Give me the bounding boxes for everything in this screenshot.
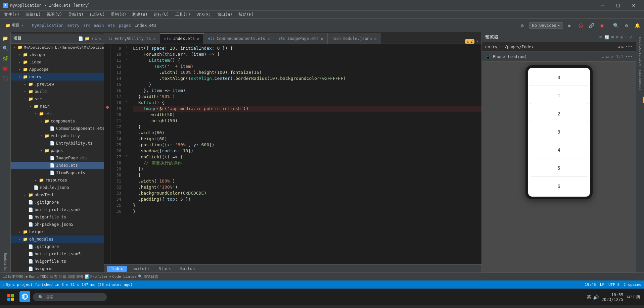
- devices-dropdown[interactable]: No Devices ▾: [529, 22, 563, 29]
- minimize-preview-icon[interactable]: ─: [625, 35, 627, 40]
- tree-item-commoncomponents[interactable]: ▸ 📄 CommonComponents.ets: [11, 125, 104, 132]
- more-icon[interactable]: •••: [625, 54, 633, 59]
- tree-item-hvigor-folder[interactable]: ▸ 📁 hvigor: [11, 228, 104, 236]
- debug-button[interactable]: 🐞: [577, 21, 585, 30]
- tree-item-resources[interactable]: ▸ 📁 resources: [11, 176, 104, 184]
- breadcrumb-part-2[interactable]: src: [83, 23, 91, 28]
- refresh-icon[interactable]: 🔄: [604, 35, 609, 40]
- code-content[interactable]: List({ space: 20, initialIndex: 0 }) { F…: [129, 44, 481, 264]
- maximize-button[interactable]: □: [610, 0, 626, 11]
- tab-close-button[interactable]: ✕: [267, 36, 270, 41]
- run-bottom-button[interactable]: ▶ Run: [26, 274, 36, 279]
- tree-item-ohpackage[interactable]: ▸ 📄 oh-package.json5: [11, 221, 104, 228]
- tree-item-hvigorw[interactable]: ▸ 📄 hvigorw: [11, 265, 104, 272]
- grid-icon[interactable]: ⊞: [611, 35, 614, 40]
- tree-item-build-profile2[interactable]: ▸ 📄 build-profile.json5: [11, 250, 104, 258]
- menu-refactor[interactable]: 重构(R): [108, 11, 129, 18]
- menu-help[interactable]: 帮助(H): [236, 11, 257, 18]
- menu-tools[interactable]: 工具(T): [173, 11, 193, 18]
- services-button[interactable]: 服务: [76, 274, 84, 279]
- tree-item-index[interactable]: ▸ 📄 Index.ets: [11, 162, 104, 169]
- tree-item-entryability[interactable]: ▸ 📄 EntryAbility.ts: [11, 140, 104, 147]
- settings-preview-icon[interactable]: ⚙: [620, 35, 623, 40]
- expand-preview-icon[interactable]: ⤢: [629, 35, 633, 40]
- taskbar-search[interactable]: 🔍 搜索: [33, 293, 107, 301]
- fold-cell[interactable]: ▾: [124, 56, 129, 62]
- tree-item-hvigorfile2[interactable]: ▸ 📄 hvigorfile.ts: [11, 258, 104, 265]
- bottom-tab-index[interactable]: Index: [107, 266, 127, 272]
- tab-settings-icon[interactable]: ▾: [476, 39, 479, 44]
- tab-commoncomponents[interactable]: ets CommonComponents.ets ✕: [204, 33, 274, 44]
- tree-item-entryability-folder[interactable]: ▾ 📁 entryability: [11, 132, 104, 140]
- layout-icon-1[interactable]: ⊞: [602, 54, 604, 59]
- breadcrumb-part-1[interactable]: entry: [67, 23, 79, 28]
- log-button[interactable]: 日志: [50, 274, 57, 279]
- preview-log-button[interactable]: 🔍 预览日志: [138, 274, 158, 279]
- fold-cell[interactable]: ▾: [124, 153, 129, 159]
- bottom-tab-build[interactable]: build(): [128, 266, 153, 272]
- forward-icon[interactable]: ▶: [622, 45, 624, 49]
- debug-sidebar-icon[interactable]: 🐞: [1, 64, 10, 73]
- preview-device-selector[interactable]: 📱 Phone (medium): [485, 54, 527, 59]
- menu-vcs[interactable]: VCS(S): [194, 12, 214, 18]
- charset-status[interactable]: UTF-8: [608, 283, 619, 287]
- bottom-tab-button[interactable]: Button: [176, 266, 199, 272]
- tab-close-button[interactable]: ✕: [321, 36, 323, 41]
- back-icon[interactable]: ◀: [618, 45, 620, 49]
- tree-item-hvigorfile[interactable]: ▸ 📄 hvigorfile.ts: [11, 213, 104, 221]
- attach-button[interactable]: 🔗: [587, 21, 595, 30]
- tab-module-json[interactable]: json module.json5 ✕: [328, 33, 381, 44]
- gear-icon[interactable]: ⚙: [623, 21, 631, 30]
- collapse-icon[interactable]: ⬆: [91, 36, 93, 41]
- settings-icon[interactable]: ⚙: [518, 21, 526, 30]
- tree-item-gitignore[interactable]: ▸ 📄 .gitignore: [11, 199, 104, 206]
- tree-item-ohostest[interactable]: ▸ 📁 ohosTest: [11, 191, 104, 199]
- codelinter-button[interactable]: ✔ Code Linter: [109, 274, 137, 279]
- run-button[interactable]: ▶: [566, 21, 574, 30]
- project-button[interactable]: 📁 项目 ▾: [3, 21, 26, 30]
- tree-item-module-json[interactable]: ▸ 📄 module.json5: [11, 184, 104, 191]
- menu-run[interactable]: 运行(U): [151, 11, 172, 18]
- more-options-icon[interactable]: •••: [625, 45, 633, 49]
- tree-item-myapp[interactable]: ▾ 📁 MyApplication E:\HarmonyOS\MyApplica…: [11, 44, 104, 51]
- breadcrumb-part-6[interactable]: Index.ets: [135, 23, 156, 28]
- start-button[interactable]: [4, 291, 17, 304]
- profiler-button[interactable]: 📊 Profiler: [85, 274, 108, 279]
- fold-cell[interactable]: ▾: [124, 50, 129, 56]
- menu-file[interactable]: 文件(F): [1, 11, 22, 18]
- extensions-icon[interactable]: ⬛: [1, 74, 10, 83]
- tree-item-preview[interactable]: ▸ 📁 .preview: [11, 81, 104, 88]
- eye-icon[interactable]: 👁: [598, 35, 602, 40]
- menu-code[interactable]: 代码(C): [87, 11, 108, 18]
- todo-button[interactable]: ☑ TODO: [37, 274, 49, 279]
- tab-imagepage[interactable]: ets ImagePage.ets ✕: [274, 33, 328, 44]
- close-button[interactable]: ✕: [626, 0, 641, 11]
- new-file-icon[interactable]: 📄: [78, 36, 83, 41]
- tree-item-ets[interactable]: ▾ 📁 ets: [11, 110, 104, 117]
- bookmarks-label[interactable]: Bookmarks: [637, 68, 643, 92]
- breadcrumb-part-4[interactable]: ets: [108, 23, 115, 28]
- menu-view[interactable]: 视图(V): [44, 11, 65, 18]
- bookmarks-sidebar-label[interactable]: Bookmarks: [3, 252, 7, 272]
- breadcrumb-part-0[interactable]: MyApplication: [32, 23, 63, 28]
- menu-edit[interactable]: 编辑(E): [23, 11, 44, 18]
- notifications-icon[interactable]: 🔔: [633, 21, 641, 30]
- tab-close-button[interactable]: ✕: [197, 36, 199, 41]
- tree-item-build-folder[interactable]: ▸ 📁 build: [11, 88, 104, 95]
- new-folder-icon[interactable]: 📁: [85, 36, 90, 41]
- tree-item-build-profile[interactable]: ▸ 📄 build-profile.json5: [11, 206, 104, 213]
- tree-item-components[interactable]: ▾ 📁 components: [11, 117, 104, 125]
- tree-item-oh-modules[interactable]: ▾ 📁 oh_modules: [11, 236, 104, 243]
- zoom-fit-icon[interactable]: ⤢: [611, 54, 614, 59]
- vcs-button[interactable]: ⎇ 版本控制: [3, 274, 23, 279]
- tree-item-hvigor[interactable]: ▸ 📁 .hvigor: [11, 51, 104, 58]
- breadcrumb-part-5[interactable]: pages: [119, 23, 131, 28]
- end-button[interactable]: 结端: [67, 274, 75, 279]
- layout-icon-2[interactable]: ⊟: [606, 54, 608, 59]
- close-tree-icon[interactable]: ✕: [99, 36, 101, 41]
- tree-item-appscope[interactable]: ▸ 📁 AppScope: [11, 66, 104, 73]
- split-icon[interactable]: ⊟: [616, 35, 618, 40]
- taskbar-app-icon[interactable]: [19, 291, 30, 303]
- bottom-tab-stack[interactable]: Stack: [155, 266, 175, 272]
- tab-entryability[interactable]: ts EntryAbility.ts ✕: [104, 33, 160, 44]
